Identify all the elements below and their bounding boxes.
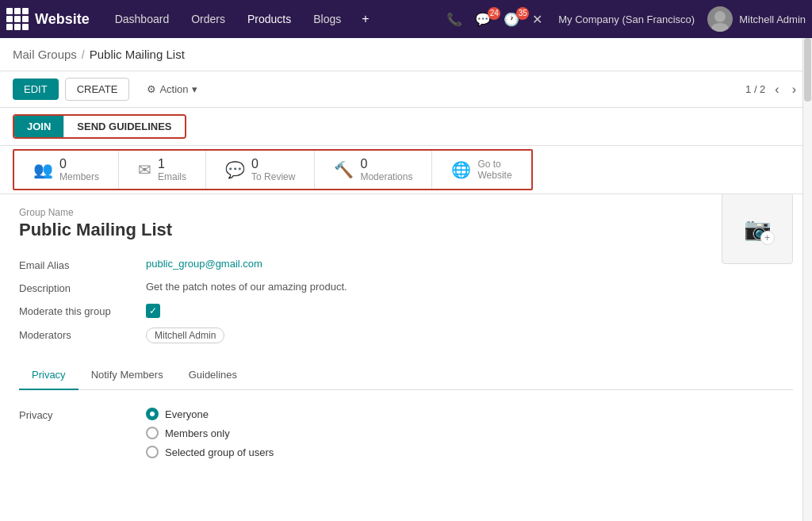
website-icon: 🌐 xyxy=(451,160,471,179)
chat-count-badge: 24 xyxy=(488,7,500,20)
privacy-selected-label: Selected group of users xyxy=(165,446,274,458)
toreview-label: To Review xyxy=(251,171,295,182)
privacy-options: Everyone Members only Selected group of … xyxy=(146,408,793,458)
stats-bar: 👥 0 Members ✉ 1 Emails 💬 0 To Review xyxy=(0,146,812,194)
privacy-everyone-label: Everyone xyxy=(165,408,209,420)
action-button[interactable]: ⚙ Action ▾ xyxy=(136,79,208,100)
privacy-option-members[interactable]: Members only xyxy=(146,427,793,439)
emails-icon: ✉ xyxy=(138,160,151,179)
group-name-section: Group Name Public Mailing List xyxy=(19,207,793,240)
members-stat[interactable]: 👥 0 Members xyxy=(14,151,119,189)
radio-filled-everyone xyxy=(146,408,159,420)
topnav-right: 📞 💬 24 🕐 35 ✕ My Company (San Francisco)… xyxy=(443,6,806,32)
gear-icon: ⚙ xyxy=(147,83,156,95)
toreview-count: 0 xyxy=(251,157,295,171)
email-alias-link[interactable]: public_group@gmail.com xyxy=(146,258,262,270)
chat-badge-container[interactable]: 💬 24 xyxy=(472,12,494,27)
join-send-button-group: JOIN SEND GUIDELINES xyxy=(13,114,186,139)
radio-empty-selected xyxy=(146,446,159,458)
nav-dashboard[interactable]: Dashboard xyxy=(105,8,179,30)
scrollbar-thumb[interactable] xyxy=(804,38,811,102)
scrollbar[interactable] xyxy=(802,38,812,521)
clock-count-badge: 35 xyxy=(516,7,529,20)
moderate-row: Moderate this group xyxy=(19,299,793,323)
breadcrumb-current: Public Mailing List xyxy=(90,48,185,61)
members-count: 0 xyxy=(59,157,99,171)
privacy-members-label: Members only xyxy=(165,427,230,439)
description-value: Get the patch notes of our amazing produ… xyxy=(146,281,793,294)
nav-blogs[interactable]: Blogs xyxy=(304,8,350,30)
breadcrumb-separator: / xyxy=(82,48,85,61)
tab-content-privacy: Privacy Everyone Members only xyxy=(19,390,793,476)
send-guidelines-button[interactable]: SEND GUIDELINES xyxy=(63,116,184,137)
tab-guidelines[interactable]: Guidelines xyxy=(176,361,250,390)
moderations-label: Moderations xyxy=(360,171,412,182)
breadcrumb: Mail Groups / Public Mailing List xyxy=(0,38,812,71)
privacy-option-selected[interactable]: Selected group of users xyxy=(146,446,793,458)
emails-stat[interactable]: ✉ 1 Emails xyxy=(119,151,206,189)
next-page-button[interactable]: › xyxy=(789,81,799,98)
join-button[interactable]: JOIN xyxy=(14,116,63,137)
description-label: Description xyxy=(19,281,146,294)
prev-page-button[interactable]: ‹ xyxy=(772,81,782,98)
page-container: Website Dashboard Orders Products Blogs … xyxy=(0,0,812,521)
stats-group: 👥 0 Members ✉ 1 Emails 💬 0 To Review xyxy=(13,149,533,190)
main-content: Group Name Public Mailing List 📷 + Email… xyxy=(0,194,812,521)
avatar[interactable] xyxy=(707,6,733,32)
email-alias-value[interactable]: public_group@gmail.com xyxy=(146,258,722,271)
join-section: JOIN SEND GUIDELINES xyxy=(0,108,812,146)
form-header: Group Name Public Mailing List 📷 + xyxy=(19,207,793,240)
camera-icon: 📷 + xyxy=(744,216,772,242)
moderator-tag[interactable]: Mitchell Admin xyxy=(146,328,224,343)
breadcrumb-parent[interactable]: Mail Groups xyxy=(13,48,77,61)
apps-grid-icon[interactable] xyxy=(6,8,29,30)
description-row: Description Get the patch notes of our a… xyxy=(19,276,793,299)
edit-button[interactable]: EDIT xyxy=(13,79,59,100)
action-label: Action xyxy=(159,83,188,95)
pagination: 1 / 2 ‹ › xyxy=(745,81,799,98)
toreview-stat[interactable]: 💬 0 To Review xyxy=(206,151,315,189)
pagination-text: 1 / 2 xyxy=(745,83,765,95)
moderations-stat[interactable]: 🔨 0 Moderations xyxy=(315,151,432,189)
tabs-bar: Privacy Notify Members Guidelines xyxy=(19,361,793,390)
members-label: Members xyxy=(59,171,99,182)
phone-icon[interactable]: 📞 xyxy=(443,9,465,30)
moderations-count: 0 xyxy=(360,157,412,171)
moderate-checkbox-checked[interactable] xyxy=(146,304,160,318)
brand-logo[interactable]: Website xyxy=(35,11,90,28)
create-button[interactable]: CREATE xyxy=(65,78,130,101)
add-photo-icon: + xyxy=(760,231,775,245)
tab-notify-members[interactable]: Notify Members xyxy=(79,361,176,390)
goto-website-label: Go toWebsite xyxy=(477,159,511,181)
nav-products[interactable]: Products xyxy=(238,8,301,30)
form-fields: Email Alias public_group@gmail.com Descr… xyxy=(19,253,793,348)
members-icon: 👥 xyxy=(33,160,53,179)
toreview-icon: 💬 xyxy=(225,160,245,179)
moderate-label: Moderate this group xyxy=(19,304,146,318)
emails-label: Emails xyxy=(158,171,186,182)
photo-upload-button[interactable]: 📷 + xyxy=(722,194,793,264)
moderators-value: Mitchell Admin xyxy=(146,328,793,343)
moderators-label: Moderators xyxy=(19,328,146,343)
privacy-option-everyone[interactable]: Everyone xyxy=(146,408,793,420)
add-menu-button[interactable]: + xyxy=(354,7,377,31)
svg-point-1 xyxy=(711,23,729,32)
clock-badge-container[interactable]: 🕐 35 xyxy=(500,12,523,27)
group-name-value: Public Mailing List xyxy=(19,220,793,240)
privacy-options-list: Everyone Members only Selected group of … xyxy=(146,408,793,458)
email-alias-row: Email Alias public_group@gmail.com xyxy=(19,253,722,276)
email-alias-label: Email Alias xyxy=(19,258,146,271)
settings-icon[interactable]: ✕ xyxy=(529,9,546,30)
company-selector[interactable]: My Company (San Francisco) xyxy=(552,13,701,25)
nav-links: Dashboard Orders Products Blogs + xyxy=(105,7,444,31)
privacy-field-label: Privacy xyxy=(19,408,146,458)
moderate-checkbox[interactable] xyxy=(146,304,793,318)
action-bar: EDIT CREATE ⚙ Action ▾ 1 / 2 ‹ › xyxy=(0,71,812,108)
moderations-icon: 🔨 xyxy=(334,160,354,179)
dropdown-icon: ▾ xyxy=(192,83,197,95)
tab-privacy[interactable]: Privacy xyxy=(19,361,79,390)
goto-website-stat[interactable]: 🌐 Go toWebsite xyxy=(432,151,530,189)
emails-count: 1 xyxy=(158,157,186,171)
nav-orders[interactable]: Orders xyxy=(182,8,235,30)
username-label[interactable]: Mitchell Admin xyxy=(739,13,806,25)
